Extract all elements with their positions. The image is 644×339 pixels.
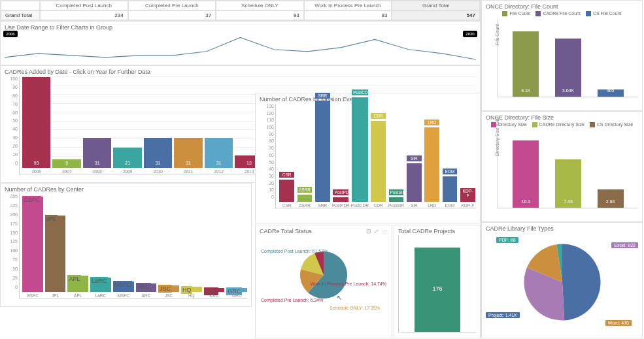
bar-top-label: HQ [181,286,193,294]
y-tick: 30 [5,135,18,140]
chart-title: Number of CADRes by Center [5,186,247,193]
bar[interactable]: 92007 [52,159,80,174]
x-tick: 2006 [32,169,41,174]
bar[interactable]: SRRSRR [314,101,331,208]
x-tick: 2008 [92,169,101,174]
bar-value: 31 [83,161,111,165]
y-tick: 80 [261,138,274,143]
y-tick: 20 [261,181,274,186]
bar[interactable]: KDP-FKDP-F [460,196,476,208]
pie-label: Schedule ONLY: 17.35% [330,306,380,310]
bar-top-label: LaRC [90,277,108,285]
timeline-sparkline [5,32,476,63]
bar[interactable]: 2.84 [598,189,624,208]
bar[interactable]: 10.3 [513,140,539,208]
once-filecount-panel: ONCE Directory: File Count File CountCAD… [481,0,643,111]
chart-title: CADRe Library File Types [486,225,638,232]
expand-icon[interactable]: ⤢ [374,228,379,234]
bar[interactable]: JPLJPL [45,216,66,298]
y-axis-label: Directory Size (GB) [495,117,500,156]
bar-top-label: EOM [443,169,458,174]
bar[interactable]: 7.43 [555,159,581,208]
x-tick: ARC [142,293,151,298]
y-tick: 175 [5,221,18,226]
bar[interactable]: LRDLRD [424,127,440,208]
bar[interactable]: 932006 [22,77,50,174]
y-tick: 10 [261,187,274,192]
x-tick: PostSIR [388,203,404,208]
bar[interactable]: SIRSIR [406,163,422,208]
x-tick: HQ [188,293,195,298]
legend-item[interactable]: CADRe File Count [535,11,581,16]
bar-top-label: GSFC [22,196,41,204]
bar[interactable]: GSFCGSFC [22,197,43,298]
bar[interactable]: EOMEOM [441,176,458,208]
y-tick: 70 [5,102,18,106]
y-tick: 0 [261,195,274,199]
bar[interactable]: 312011 [174,138,202,174]
range-handle-end[interactable]: 2020 [463,31,477,37]
bar-value: 465 [598,88,624,93]
bar[interactable]: CDRCDR [370,121,386,208]
filetypes-pie[interactable] [520,240,605,325]
bar[interactable]: PostCDRPostCDR [351,97,369,208]
bar[interactable]: 312008 [83,138,111,174]
bar[interactable]: KSCKSC [204,288,225,298]
bar[interactable]: ARCARC [136,283,157,298]
summary-header[interactable]: Completed Pre Launch [128,1,216,10]
y-tick: 90 [5,85,18,89]
y-tick: 60 [5,110,18,115]
x-tick: ΔSRR [299,203,311,208]
summary-header: Grand Total [392,1,480,10]
timeline-title: Use Date Range to Filter Charts in Group [5,24,476,31]
summary-header[interactable]: Schedule ONLY [216,1,304,10]
bar-top-label: ARC [136,283,151,291]
bar[interactable]: 312010 [144,138,172,174]
pie-label: Project: 1.41K [486,312,520,318]
bar[interactable]: JSCJSC [158,285,179,298]
bar-top-label: LRD [424,120,439,125]
more-icon[interactable]: ⋯ [382,228,388,234]
x-tick: 2013 [245,169,254,174]
bar[interactable]: PostPDRPostPDR [332,197,350,208]
x-tick: SRR [318,203,328,208]
summary-header[interactable]: Completed Post Launch [40,1,128,10]
legend-item[interactable]: CS Directory Size [590,122,633,127]
bar[interactable]: APLAPL [67,276,88,298]
bar-top-label: SRR [315,93,330,99]
x-tick: 2011 [184,169,193,174]
bar[interactable]: ΔSRRΔSRR [296,195,313,208]
legend-item[interactable]: CADRe Directory Size [532,122,585,127]
bar[interactable]: MSFCMSFC [113,282,134,298]
bar[interactable]: 312012 [205,138,233,174]
chart-title: ONCE Directory: File Size [486,114,638,121]
bar[interactable]: LaRCLaRC [90,278,111,298]
y-tick: 0 [5,285,18,289]
focus-icon[interactable]: ⊡ [366,228,371,234]
bar[interactable]: 4.1K [513,31,539,97]
y-tick: 40 [5,127,18,131]
pie-label: Work In Process Pre Launch: 14.74% [310,282,386,286]
pie-slice[interactable] [562,244,600,321]
legend-item[interactable]: CS File Count [586,11,622,16]
y-tick: 25 [5,276,18,280]
summary-header[interactable]: Work In Process Pre Launch [304,1,392,10]
bar[interactable]: HQHQ [181,287,202,298]
x-tick: KDP-F [462,203,475,208]
pie-label: Completed Pre Launch: 6.34% [261,298,323,302]
bar[interactable]: PostSIRPostSIR [388,197,404,208]
bar-top-label: PostPDR [333,189,348,195]
total-projects-bar[interactable]: 176 [415,248,460,332]
status-pie[interactable] [297,249,350,301]
legend-item[interactable]: File Count [502,11,530,16]
bar[interactable]: CSRCSR [279,180,295,208]
bar[interactable]: 3.64K [555,39,581,97]
bar[interactable]: GRCGRC [226,288,247,298]
bar[interactable]: 465 [598,89,624,97]
bar[interactable]: 212009 [113,148,141,174]
cursor-icon: ↖ [337,294,342,301]
pie-label: Word: 470 [605,320,632,326]
bar-top-label: ΔSRR [297,187,313,193]
chart-title: CADRes Added by Date - Click on Year for… [5,69,476,75]
range-handle-start[interactable]: 2006 [3,31,18,37]
